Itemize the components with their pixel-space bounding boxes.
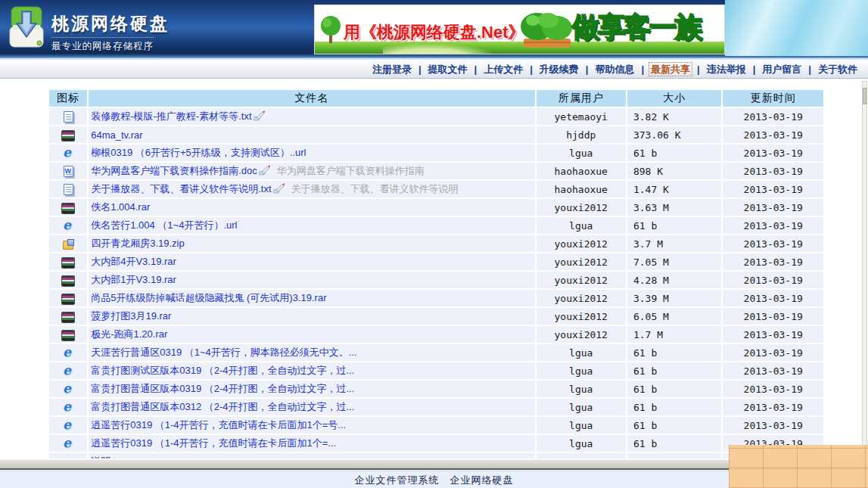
- table-row: 大内部4开V3.19.rar youxi2012 7.05 M 2013-03-…: [49, 253, 823, 270]
- file-size: [627, 453, 721, 458]
- file-size: 898 K: [627, 163, 721, 179]
- file-owner: lgua: [537, 381, 626, 397]
- file-table-container: 图标文件名所属用户大小更新时间 装修教程-模版-推广教程-素材等等.txt ye…: [48, 89, 826, 458]
- file-owner: youxi2012: [537, 308, 626, 325]
- nav-separator: |: [641, 64, 644, 75]
- file-link[interactable]: 佚名1.004.rar: [91, 201, 150, 213]
- nav-item-9[interactable]: 关于软件: [817, 63, 859, 76]
- file-link[interactable]: 富贵打图普通区版本0312 （2-4开打图，全自动过文字，过...: [91, 401, 354, 412]
- banner-text-main: 做享客一族: [572, 9, 701, 46]
- file-link[interactable]: 大内部4开V3.19.rar: [91, 256, 176, 267]
- file-link[interactable]: 富贵打图测试区版本0319 （2-4开打图，全自动过文字，过...: [91, 365, 354, 376]
- file-size: 61 b: [627, 217, 721, 234]
- file-owner: lgua: [537, 417, 626, 434]
- table-row: 佚名苦行1.004 （1~4开苦行）.url lgua 61 b 2013-03…: [49, 217, 823, 234]
- table-row: 尚品5开练级防掉喊话超级隐藏找鬼 (可先试用)3.19.rar youxi201…: [49, 290, 823, 306]
- file-link[interactable]: 柳根0319 （6开苦行+5开练级，支持测试区）..url: [91, 147, 306, 158]
- table-row: 富贵打图普通区版本0312 （2-4开打图，全自动过文字，过... lgua 6…: [49, 399, 823, 415]
- nav-separator: |: [753, 64, 756, 75]
- nav-item-6[interactable]: 最新共享: [649, 63, 692, 76]
- file-owner: lgua: [537, 217, 626, 234]
- file-date: 2013-03-19: [723, 181, 823, 197]
- file-link[interactable]: 菠萝打图3月19.rar: [91, 310, 171, 322]
- table-row: 64ma_tv.rar hjddp 373.06 K 2013-03-19: [49, 126, 823, 143]
- rar-file-icon: [62, 312, 74, 322]
- vertical-scrollbar-thumb[interactable]: [863, 88, 866, 104]
- file-link[interactable]: 关于播放器、下载、看讲义软件等说明.txt: [91, 183, 271, 194]
- rar-file-icon: [62, 294, 74, 304]
- file-link[interactable]: 华为网盘客户端下载资料操作指南.doc: [91, 165, 257, 176]
- txt-file-icon: [64, 184, 73, 195]
- file-table: 图标文件名所属用户大小更新时间 装修教程-模版-推广教程-素材等等.txt ye…: [48, 89, 825, 458]
- nav-separator: |: [474, 64, 478, 75]
- table-row: 天涯苦行普通区0319 （1~4开苦行，脚本路径必须无中文。... lgua 6…: [49, 344, 823, 361]
- column-header: 图标: [49, 90, 87, 107]
- file-size: 6.05 M: [627, 308, 721, 325]
- nav-item-2[interactable]: 提取文件: [427, 63, 469, 76]
- rar-file-icon: [62, 276, 74, 286]
- file-size: 4.28 M: [627, 272, 721, 288]
- file-link[interactable]: 极光-跑商1.20.rar: [91, 328, 167, 340]
- file-link[interactable]: 逍遥苦行0319 （1-4开苦行，充值时请在卡后面加1个=号...: [91, 419, 346, 430]
- ad-banner[interactable]: 用《桃源网络硬盘.Net》 做享客一族: [314, 5, 725, 54]
- file-link[interactable]: 富贵打图普通区版本0319 （2-4开打图，全自动过文字，过...: [91, 383, 354, 394]
- file-size: 61 b: [627, 435, 721, 452]
- file-link[interactable]: 说明.t: [91, 455, 116, 458]
- nav-item-5[interactable]: 帮助信息: [593, 63, 636, 76]
- vertical-scrollbar[interactable]: [862, 81, 867, 458]
- nav-item-7[interactable]: 违法举报: [705, 63, 748, 76]
- nav-item-4[interactable]: 升级续费: [538, 63, 580, 76]
- url-file-icon: [62, 147, 74, 159]
- file-owner: lgua: [537, 362, 626, 379]
- file-date: 2013-03-19: [723, 253, 823, 270]
- file-size: 3.63 M: [627, 199, 721, 216]
- file-link[interactable]: 逍遥苦行0319 （1-4开苦行，充值时请在卡后面加1个=...: [91, 437, 336, 449]
- edit-icon[interactable]: [273, 183, 285, 194]
- file-size: 7.05 M: [627, 253, 721, 270]
- nav-item-8[interactable]: 用户留言: [761, 63, 803, 76]
- file-link[interactable]: 大内部1开V3.19.rar: [91, 274, 176, 285]
- nav-item-3[interactable]: 上传文件: [482, 63, 524, 76]
- file-date: 2013-03-19: [723, 344, 823, 361]
- file-owner: haohaoxue: [537, 163, 626, 179]
- edit-icon[interactable]: [259, 165, 271, 176]
- file-link[interactable]: 天涯苦行普通区0319 （1~4开苦行，脚本路径必须无中文。...: [91, 347, 356, 358]
- file-link[interactable]: 佚名苦行1.004 （1~4开苦行）.url: [91, 219, 237, 231]
- file-link[interactable]: 尚品5开练级防掉喊话超级隐藏找鬼 (可先试用)3.19.rar: [91, 292, 326, 303]
- file-date: 2013-03-19: [723, 308, 823, 325]
- table-row: 关于播放器、下载、看讲义软件等说明.txt关于播放器、下载、看讲义软件等说明 h…: [49, 181, 823, 197]
- nav-bar: 注册登录|提取文件|上传文件|升级续费|帮助信息|最新共享|违法举报|用户留言|…: [0, 58, 868, 79]
- file-owner: hjddp: [537, 126, 626, 143]
- file-size: 3.39 M: [627, 290, 721, 306]
- txt-file-icon: [64, 111, 73, 123]
- file-owner: [537, 453, 626, 458]
- file-link[interactable]: 64ma_tv.rar: [91, 129, 142, 141]
- file-size: 61 b: [627, 362, 721, 379]
- file-link[interactable]: 装修教程-模版-推广教程-素材等等.txt: [91, 110, 251, 122]
- nav-item-1[interactable]: 注册登录: [371, 63, 413, 76]
- table-row: 说明.t: [49, 453, 823, 458]
- file-owner: yetemaoyi: [537, 108, 626, 125]
- file-link[interactable]: 四开青龙厢房3.19.zip: [91, 238, 185, 249]
- column-header: 文件名: [89, 90, 534, 107]
- nav-separator: |: [808, 64, 811, 75]
- table-row: 装修教程-模版-推广教程-素材等等.txt yetemaoyi 3.82 K 2…: [49, 108, 823, 125]
- app-logo-icon: [7, 5, 46, 49]
- banner-tree-icon: [319, 14, 342, 46]
- file-date: 2013-03-19: [723, 163, 823, 179]
- file-size: 61 b: [627, 417, 721, 434]
- url-file-icon: [62, 365, 74, 377]
- column-header: 所属用户: [537, 90, 626, 107]
- file-owner: lgua: [537, 399, 626, 415]
- file-size: 1.47 K: [627, 181, 721, 197]
- doc-file-icon: [64, 166, 73, 177]
- table-row: 逍遥苦行0319 （1-4开苦行，充值时请在卡后面加1个=... lgua 61…: [49, 435, 823, 452]
- edit-icon[interactable]: [254, 110, 266, 121]
- file-date: 2013-03-19: [723, 272, 823, 288]
- table-row: 柳根0319 （6开苦行+5开练级，支持测试区）..url lgua 61 b …: [49, 145, 823, 161]
- nav-separator: |: [418, 64, 422, 75]
- file-owner: youxi2012: [537, 253, 626, 270]
- file-date: 2013-03-19: [723, 199, 823, 216]
- file-note: 关于播放器、下载、看讲义软件等说明: [291, 183, 459, 194]
- file-owner: youxi2012: [537, 326, 626, 343]
